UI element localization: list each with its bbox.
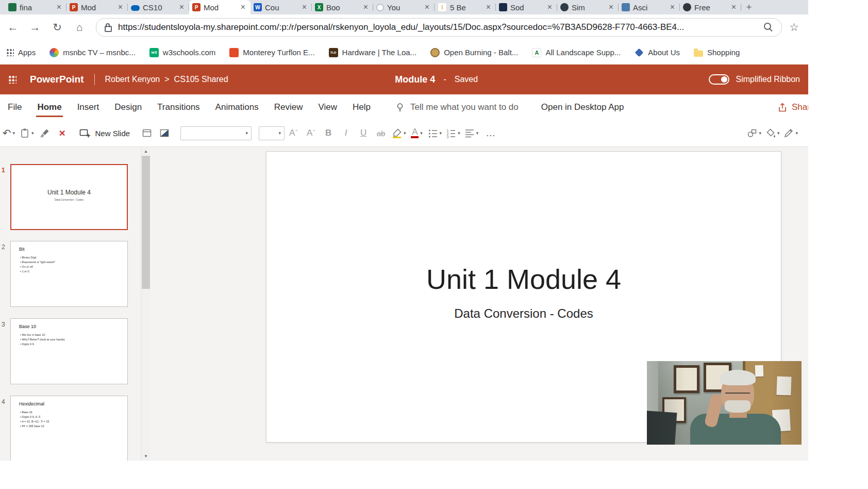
tab-animations[interactable]: Animations [208,94,266,120]
tab-review[interactable]: Review [266,94,311,120]
browser-tab[interactable]: Free × [680,0,741,14]
app-name[interactable]: PowerPoint [30,74,84,85]
tell-me-search[interactable]: Tell me what you want to do [395,102,519,112]
browser-tab-active[interactable]: P Mod × [189,0,251,14]
browser-tab[interactable]: l 5 Be × [435,0,496,14]
underline-button[interactable]: U [357,124,370,142]
bookmark-star-icon[interactable]: ☆ [789,21,799,34]
shape-fill-button[interactable]: ▾ [765,124,780,142]
browser-tab[interactable]: CS10 × [128,0,189,14]
font-name-select[interactable]: ▾ [180,126,252,140]
new-tab-button[interactable]: + [741,0,757,14]
slide-thumbnail-3[interactable]: Base 10 We live in base 10 Why? Better? … [10,318,128,384]
undo-button[interactable]: ↶ ▾ [2,124,15,142]
bullets-button[interactable]: ▾ [428,124,442,142]
tab-close-icon[interactable]: × [607,3,615,11]
tab-transitions[interactable]: Transitions [149,94,208,120]
back-button[interactable]: ← [4,18,22,37]
tab-close-icon[interactable]: × [177,3,186,11]
bookmark-item[interactable]: Monterey Turflon E... [229,48,314,57]
delete-button[interactable]: × [56,124,69,142]
numbering-button[interactable]: 123 ▾ [446,124,460,142]
browser-tab[interactable]: Sod × [496,0,557,14]
chevron-down-icon[interactable]: ▾ [31,131,34,136]
thumbnail-scrollbar[interactable]: ▲ ▼ [141,147,151,461]
shapes-button[interactable]: ▾ [747,124,761,142]
align-button[interactable]: ▾ [464,124,479,142]
scroll-down-button[interactable]: ▼ [141,452,151,461]
font-size-select[interactable]: ▾ [259,126,285,140]
browser-tab[interactable]: X Boo × [312,0,373,14]
tab-insert[interactable]: Insert [70,94,107,120]
url-text[interactable]: https://studentsloyola-my.sharepoint.com… [118,22,759,32]
tab-help[interactable]: Help [345,94,378,120]
tab-close-icon[interactable]: × [668,3,677,11]
breadcrumb-folder[interactable]: CS105 Shared [174,75,228,84]
strikethrough-button[interactable]: ab [374,124,388,142]
font-color-button[interactable]: A ▾ [410,124,424,142]
app-launcher-button[interactable] [0,64,25,94]
chevron-down-icon[interactable]: ▾ [420,131,423,136]
reset-layout-button[interactable] [158,124,171,142]
browser-tab[interactable]: W Cou × [251,0,312,14]
bookmark-item[interactable]: About Us [635,48,680,57]
tab-close-icon[interactable]: × [300,3,309,11]
bookmark-item[interactable]: A All Landscape Supp... [532,48,621,57]
address-bar[interactable]: https://studentsloyola-my.sharepoint.com… [96,18,782,37]
bookmark-item[interactable]: Shopping [694,48,740,57]
bookmark-item[interactable]: msnbc TV – msnbc... [49,48,136,57]
zoom-icon[interactable] [764,23,771,30]
grow-font-button[interactable]: A ˆ [287,124,300,142]
reload-button[interactable]: ↻ [48,18,66,37]
bookmark-item[interactable]: TLD Hardware | The Loa... [329,48,417,57]
chevron-down-icon[interactable]: ▾ [759,131,761,136]
chevron-down-icon[interactable]: ▾ [13,131,15,136]
bookmark-item[interactable]: Open Burning - Balt... [430,48,518,57]
italic-button[interactable]: I [339,124,353,142]
breadcrumb-user[interactable]: Robert Kenyon [105,75,160,84]
simplified-ribbon-toggle[interactable] [709,74,729,85]
tab-file[interactable]: File [0,94,29,120]
tab-close-icon[interactable]: × [423,3,431,11]
chevron-down-icon[interactable]: ▾ [476,131,479,136]
slide-title-textbox[interactable]: Unit 1 Module 4 [266,261,781,297]
chevron-down-icon[interactable]: ▾ [777,131,780,136]
tab-view[interactable]: View [310,94,345,120]
document-title[interactable]: Module 4 [395,74,435,85]
open-in-desktop-button[interactable]: Open in Desktop App [541,102,624,112]
shrink-font-button[interactable]: A ˇ [304,124,318,142]
paste-button[interactable]: ▾ [20,124,34,142]
chevron-down-icon[interactable]: ▾ [404,131,406,136]
share-button[interactable]: Share [777,94,808,120]
chevron-down-icon[interactable]: ▾ [440,131,442,136]
browser-tab[interactable]: Asci × [619,0,680,14]
tab-close-icon[interactable]: × [239,3,247,11]
slide-subtitle-textbox[interactable]: Data Conversion - Codes [266,306,781,321]
browser-tab[interactable]: Sim × [557,0,619,14]
bold-button[interactable]: B [322,124,335,142]
bookmark-apps[interactable]: Apps [6,48,36,57]
browser-tab[interactable]: P Mod × [66,0,128,14]
slide-thumbnail-2[interactable]: Bit Binary Digit Represents a "light swi… [10,241,128,307]
tab-close-icon[interactable]: × [545,3,554,11]
chevron-down-icon[interactable]: ▾ [795,131,798,136]
tab-close-icon[interactable]: × [55,3,63,11]
browser-tab[interactable]: You × [373,0,435,14]
tab-close-icon[interactable]: × [729,3,738,11]
tab-home[interactable]: Home [29,94,69,120]
format-painter-button[interactable] [38,124,52,142]
browser-tab[interactable]: fina × [5,0,66,14]
shape-outline-button[interactable]: ▾ [783,124,798,142]
bookmark-item[interactable]: w3 w3schools.com [149,48,216,57]
more-options-button[interactable]: … [486,127,495,139]
chevron-down-icon[interactable]: ▾ [458,131,460,136]
tab-close-icon[interactable]: × [484,3,493,11]
new-slide-button[interactable]: New Slide [79,128,130,138]
tab-design[interactable]: Design [107,94,149,120]
scrollbar-thumb[interactable] [142,156,150,289]
highlight-button[interactable]: ▾ [392,124,406,142]
forward-button[interactable]: → [26,18,44,37]
layout-button[interactable] [140,124,154,142]
tab-close-icon[interactable]: × [361,3,370,11]
tab-close-icon[interactable]: × [116,3,125,11]
